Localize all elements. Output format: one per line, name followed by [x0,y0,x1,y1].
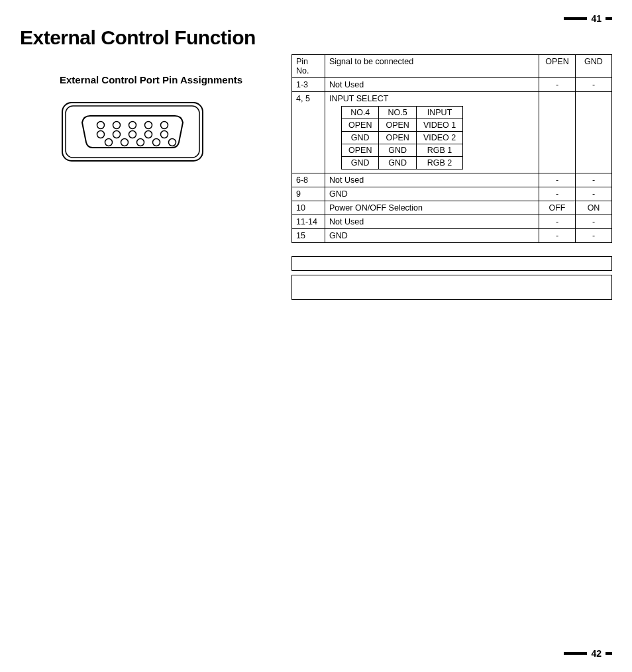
svg-point-11 [161,131,168,138]
inner-table-header-row: NO.4 NO.5 INPUT [342,107,463,119]
blank-box-group [291,256,612,300]
cell-signal: Not Used [325,173,539,187]
cell-gnd [576,92,612,173]
svg-rect-1 [66,106,199,158]
inner-header-no5: NO.5 [379,107,416,119]
header-pin: Pin No. [292,55,325,78]
inner-header-input: INPUT [416,107,462,119]
cell-open: - [539,78,576,92]
inner-cell: VIDEO 2 [416,132,462,144]
section-subtitle: External Control Port Pin Assignments [60,74,265,85]
dsub-connector-icon [60,99,205,165]
cell-open: - [539,229,576,243]
page-number-bottom-value: 42 [591,648,602,659]
cell-signal-input-select: INPUT SELECT NO.4 NO.5 INPUT OPEN OPEN V… [325,92,539,173]
inner-header-no4: NO.4 [342,107,379,119]
inner-cell: RGB 1 [416,144,462,157]
cell-pin: 1-3 [292,78,325,92]
page-number-bottom: 42 [564,648,612,659]
cell-pin: 4, 5 [292,92,325,173]
svg-point-2 [97,122,105,129]
cell-pin: 15 [292,229,325,243]
cell-open: - [539,173,576,187]
inner-table-row: OPEN OPEN VIDEO 1 [342,119,463,132]
inner-cell: GND [342,157,379,169]
header-signal: Signal to be connected [325,55,539,78]
svg-point-15 [153,139,160,146]
inner-cell: OPEN [342,119,379,132]
decorative-bar-icon [564,652,587,655]
cell-open [539,92,576,173]
cell-open: OFF [539,201,576,215]
page-number-top-value: 41 [591,13,602,24]
table-row: 6-8 Not Used - - [292,173,612,187]
svg-point-8 [113,131,121,138]
header-open: OPEN [539,55,576,78]
cell-open: - [539,187,576,201]
cell-pin: 9 [292,187,325,201]
inner-cell: OPEN [342,144,379,157]
cell-gnd: ON [576,201,612,215]
pin-assignments-table: Pin No. Signal to be connected OPEN GND … [291,54,612,243]
cell-signal: Not Used [325,78,539,92]
table-row: 15 GND - - [292,229,612,243]
table-row: 11-14 Not Used - - [292,215,612,229]
inner-cell: GND [342,132,379,144]
svg-point-4 [129,122,136,129]
inner-table-row: GND GND RGB 2 [342,157,463,169]
svg-point-14 [137,139,144,146]
svg-point-7 [97,131,105,138]
input-select-label: INPUT SELECT [329,94,388,103]
cell-gnd: - [576,173,612,187]
svg-point-13 [121,139,129,146]
decorative-bar-icon [606,652,612,655]
page-number-top: 41 [564,13,612,24]
cell-open: - [539,215,576,229]
connector-diagram [60,99,265,168]
blank-box [291,275,612,300]
input-select-inner-table: NO.4 NO.5 INPUT OPEN OPEN VIDEO 1 GND OP… [341,106,463,169]
table-row-input-select: 4, 5 INPUT SELECT NO.4 NO.5 INPUT OPEN O… [292,92,612,173]
cell-signal: GND [325,229,539,243]
decorative-bar-icon [606,17,612,20]
svg-point-3 [113,122,121,129]
svg-point-12 [105,139,113,146]
cell-signal: GND [325,187,539,201]
inner-cell: GND [379,144,416,157]
svg-point-6 [161,122,168,129]
inner-cell: OPEN [379,132,416,144]
page-title: External Control Function [20,26,612,49]
cell-gnd: - [576,215,612,229]
svg-point-5 [145,122,152,129]
inner-cell: GND [379,157,416,169]
cell-gnd: - [576,78,612,92]
inner-table-row: OPEN GND RGB 1 [342,144,463,157]
inner-table-row: GND OPEN VIDEO 2 [342,132,463,144]
cell-pin: 6-8 [292,173,325,187]
cell-signal: Power ON/OFF Selection [325,201,539,215]
svg-point-16 [169,139,176,146]
table-row: 10 Power ON/OFF Selection OFF ON [292,201,612,215]
svg-point-10 [145,131,152,138]
cell-gnd: - [576,187,612,201]
table-row: 1-3 Not Used - - [292,78,612,92]
inner-cell: RGB 2 [416,157,462,169]
table-row: 9 GND - - [292,187,612,201]
cell-pin: 10 [292,201,325,215]
table-header-row: Pin No. Signal to be connected OPEN GND [292,55,612,78]
cell-pin: 11-14 [292,215,325,229]
svg-point-9 [129,131,136,138]
header-gnd: GND [576,55,612,78]
inner-cell: OPEN [379,119,416,132]
inner-cell: VIDEO 1 [416,119,462,132]
blank-box [291,256,612,271]
cell-gnd: - [576,229,612,243]
decorative-bar-icon [564,17,587,20]
cell-signal: Not Used [325,215,539,229]
